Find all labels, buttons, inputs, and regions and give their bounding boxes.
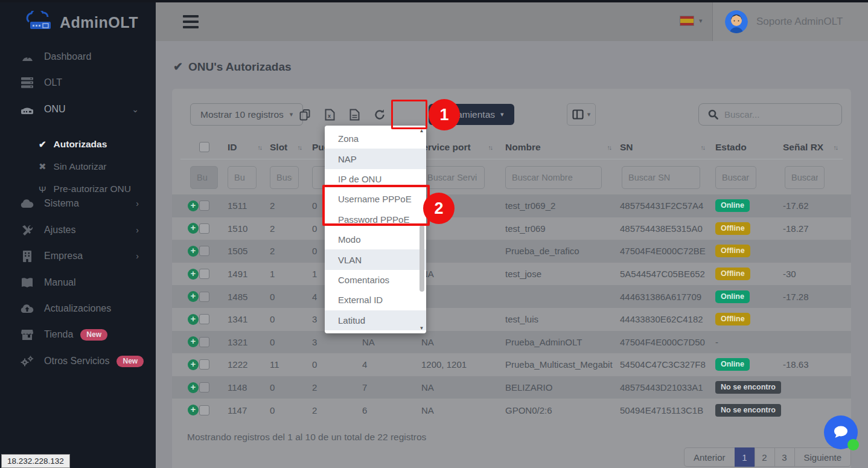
expand-row-button[interactable]: + <box>188 314 199 325</box>
row-checkbox[interactable] <box>199 405 209 415</box>
export-file-button[interactable] <box>345 106 363 124</box>
expand-row-button[interactable]: + <box>188 269 199 280</box>
pagination-page-2[interactable]: 2 <box>755 447 775 467</box>
pagination-next-button[interactable]: Siguiente <box>794 447 852 467</box>
sort-icon[interactable]: ↑↓ <box>607 144 611 151</box>
row-checkbox[interactable] <box>199 246 209 256</box>
sidebar-item-sin-autorizar[interactable]: ✖Sin Autorizar <box>0 156 156 178</box>
search-input[interactable] <box>724 109 827 120</box>
id-cell: 1510 <box>228 217 247 240</box>
sidebar-item-ajustes[interactable]: Ajustes› <box>0 218 156 242</box>
colvis-item-external-id[interactable]: External ID <box>325 290 426 310</box>
row-checkbox[interactable] <box>199 314 209 324</box>
filter-input-service-port[interactable] <box>421 166 485 189</box>
pagination-page-1[interactable]: 1 <box>735 447 755 467</box>
sort-icon[interactable]: ↑↓ <box>701 144 705 151</box>
colvis-item-modo[interactable]: Modo <box>325 229 426 249</box>
chat-bubble-icon <box>832 425 849 440</box>
refresh-button[interactable] <box>371 106 389 124</box>
check-icon: ✔ <box>173 60 183 74</box>
sort-icon[interactable]: ↑↓ <box>298 144 302 151</box>
column-header-label[interactable]: Estado <box>715 142 747 153</box>
user-menu[interactable]: Soporte AdminOLT <box>712 2 868 41</box>
chevron-down-icon: ▾ <box>699 17 703 25</box>
row-checkbox[interactable] <box>199 337 209 347</box>
sidebar-item-sistema[interactable]: Sistema› <box>0 191 156 216</box>
columns-icon <box>572 109 584 120</box>
column-header-label[interactable]: ID <box>228 142 237 153</box>
row-checkbox[interactable] <box>199 269 209 279</box>
filter-input-sn[interactable] <box>622 166 700 189</box>
status-badge: Online <box>715 290 750 303</box>
expand-row-button[interactable]: + <box>188 405 199 415</box>
colvis-item-comentarios[interactable]: Comentarios <box>325 270 426 290</box>
sort-icon[interactable]: ↑↓ <box>834 144 838 151</box>
scroll-down-icon[interactable]: ▼ <box>418 325 425 331</box>
sidebar-item-otros-servicios[interactable]: Otros ServiciosNew <box>0 349 156 373</box>
colvis-item-latitud[interactable]: Latitud <box>325 310 426 330</box>
expand-row-button[interactable]: + <box>188 200 199 211</box>
sidebar-item-autorizadas[interactable]: ✔Autorizadas <box>0 133 156 155</box>
page-length-select[interactable]: Mostrar 10 registros▾ <box>190 103 303 126</box>
filter-input-select[interactable] <box>190 166 218 189</box>
row-checkbox[interactable] <box>199 200 209 211</box>
sidebar-item-actualizaciones[interactable]: Actualizaciones <box>0 297 156 321</box>
sidebar-item-dashboard[interactable]: Dashboard <box>0 45 156 69</box>
expand-row-button[interactable]: + <box>188 382 199 393</box>
estado-cell: - <box>715 331 718 354</box>
sidebar-item-label: ONU <box>44 104 66 115</box>
app-logo[interactable]: AdminOLT <box>23 11 138 34</box>
sidebar-item-olt[interactable]: OLT <box>0 71 156 95</box>
scrollbar-thumb[interactable] <box>420 225 424 292</box>
slot-cell: 1 <box>270 263 275 286</box>
row-checkbox[interactable] <box>199 292 209 302</box>
onu-cell: 6 <box>362 399 367 422</box>
expand-row-button[interactable]: + <box>188 336 199 347</box>
sn-cell: 444631386A617709 <box>620 285 701 308</box>
filter-input-id[interactable] <box>228 166 257 189</box>
filter-input-rx[interactable] <box>785 166 825 189</box>
sidebar-item-manual[interactable]: Manual <box>0 271 156 295</box>
filter-input-estado[interactable] <box>715 166 756 189</box>
filter-input-nombre[interactable] <box>505 166 602 189</box>
column-header-label[interactable]: Slot <box>270 142 287 153</box>
expand-row-button[interactable]: + <box>188 359 199 370</box>
slot-cell: 2 <box>270 240 275 263</box>
sort-icon[interactable]: ↑↓ <box>258 144 262 151</box>
checkbox-cell <box>199 399 209 422</box>
column-header-label[interactable]: Nombre <box>505 142 541 153</box>
pagination-prev-button[interactable]: Anterior <box>684 447 735 467</box>
sidebar-item-label: Ajustes <box>44 225 75 236</box>
column-visibility-button[interactable]: ▾ <box>567 103 596 126</box>
sort-icon[interactable]: ↑↓ <box>488 144 493 151</box>
sidebar-item-empresa[interactable]: Empresa› <box>0 244 156 268</box>
copy-button[interactable] <box>296 106 314 124</box>
colvis-item-nap[interactable]: NAP <box>325 149 426 168</box>
tools-icon <box>21 224 34 236</box>
sidebar-item-onu[interactable]: ONU⌄ <box>0 97 156 121</box>
expand-row-button[interactable]: + <box>188 223 199 234</box>
chat-online-dot <box>847 439 859 450</box>
status-badge: Offline <box>715 313 750 325</box>
pagination-page-3[interactable]: 3 <box>774 447 795 467</box>
expand-row-button[interactable]: + <box>188 291 199 302</box>
row-checkbox[interactable] <box>199 382 209 393</box>
row-checkbox[interactable] <box>199 359 209 370</box>
colvis-item-zona[interactable]: Zona <box>325 129 426 149</box>
filter-input-slot[interactable] <box>270 166 299 189</box>
adminolt-logo-icon <box>23 11 54 34</box>
row-checkbox[interactable] <box>199 223 209 234</box>
select-all-checkbox[interactable] <box>199 142 209 152</box>
new-badge: New <box>116 356 144 367</box>
column-header-label[interactable]: SN <box>620 142 633 153</box>
sidebar-item-tienda[interactable]: TiendaNew <box>0 322 156 347</box>
language-selector[interactable]: ▾ <box>680 16 703 26</box>
column-header-label[interactable]: Señal RX <box>783 142 823 153</box>
status-badge: Online <box>715 358 750 371</box>
annotation-box-2 <box>322 185 430 226</box>
expand-row-button[interactable]: + <box>188 246 199 257</box>
menu-toggle-button[interactable] <box>183 15 199 28</box>
colvis-item-vlan[interactable]: VLAN <box>325 249 426 269</box>
check-icon: ✔ <box>39 139 46 150</box>
export-excel-button[interactable]: x <box>321 106 339 124</box>
